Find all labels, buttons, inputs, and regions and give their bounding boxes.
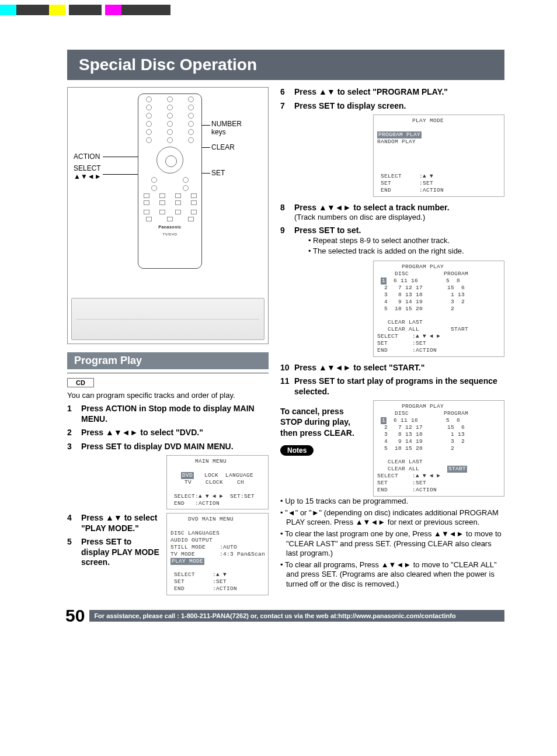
page-number: 50 <box>65 606 85 626</box>
note-4: To clear all programs, Press ▲▼◄► to mov… <box>280 560 504 589</box>
section-heading: Program Play <box>67 352 269 369</box>
step-num-10: 10 <box>280 363 290 373</box>
step-num-6: 6 <box>280 87 290 98</box>
assistance-bar: For assistance, please call : 1-800-211-… <box>89 610 504 622</box>
step-10: Press ▲▼◄► to select "START." <box>294 363 424 373</box>
intro-text: You can program specific tracks and orde… <box>67 391 269 400</box>
note-1: Up to 15 tracks can be programmed. <box>280 497 504 506</box>
step-3: Press SET to display DVD MAIN MENU. <box>81 442 234 452</box>
step-7: Press SET to display screen. <box>294 101 406 112</box>
step-num-7: 7 <box>280 101 290 112</box>
step-num-11: 11 <box>280 376 290 397</box>
step-num-1: 1 <box>67 404 76 424</box>
step-num-3: 3 <box>67 442 76 452</box>
callout-number-keys: NUMBER keys <box>211 120 242 137</box>
step-num-2: 2 <box>67 428 76 438</box>
step-num-4: 4 <box>67 513 76 533</box>
dvd-unit-front <box>71 298 264 340</box>
step-1: Press ACTION in Stop mode to display MAI… <box>81 404 269 424</box>
step-8: Press ▲▼◄► to select a track number. <box>294 203 450 213</box>
remote-brand: Panasonic <box>138 225 201 229</box>
main-menu-screen: MAIN MENU DVD LOCK LANGUAGE TV CLOCK CH … <box>166 455 269 509</box>
step-9-bullet-2: The selected track is added on the right… <box>308 247 464 256</box>
step-8-sub: (Track numbers on disc are displayed.) <box>294 213 450 222</box>
cancel-instruction: To cancel, press STOP during play, then … <box>280 406 367 438</box>
step-5: Press SET to display PLAY MODE screen. <box>81 537 161 568</box>
play-mode-screen: PLAY MODE PROGRAM PLAY RANDOM PLAY SELEC… <box>373 115 504 197</box>
step-2: Press ▲▼◄► to select "DVD." <box>81 428 203 438</box>
cd-badge: CD <box>67 378 94 387</box>
step-num-5: 5 <box>67 537 76 568</box>
notes-label: Notes <box>280 445 314 456</box>
callout-action: ACTION <box>74 153 100 161</box>
step-6: Press ▲▼ to select "PROGRAM PLAY." <box>294 87 448 98</box>
program-play-screen-1: PROGRAM PLAY DISC PROGRAM 1 6 11 16 5 8 … <box>373 261 504 356</box>
step-4: Press ▲▼ to select "PLAY MODE." <box>81 513 161 533</box>
dvd-main-menu-screen: DVD MAIN MENU DISC LANGUAGES AUDIO OUTPU… <box>166 513 269 595</box>
step-num-8: 8 <box>280 203 290 223</box>
step-num-9: 9 <box>280 226 290 257</box>
step-9: Press SET to set. <box>294 226 464 236</box>
callout-clear: CLEAR <box>211 144 235 152</box>
callout-set: SET <box>211 169 225 178</box>
step-9-bullet-1: Repeat steps 8-9 to select another track… <box>308 236 464 245</box>
callout-select: SELECT ▲▼◄► <box>74 165 102 181</box>
page-title: Special Disc Operation <box>67 50 504 80</box>
note-2: "◄" or "►" (depending on disc) indicates… <box>280 508 504 528</box>
note-3: To clear the last program one by one, Pr… <box>280 529 504 558</box>
remote-diagram: Panasonic TV/DVD NUMBER keys CLEAR SET A… <box>67 87 269 344</box>
step-11: Press SET to start play of programs in t… <box>294 376 504 397</box>
remote-model: TV/DVD <box>138 233 201 236</box>
program-play-screen-2: PROGRAM PLAY DISC PROGRAM 1 6 11 16 5 8 … <box>373 400 504 496</box>
remote-outline: Panasonic TV/DVD <box>138 93 202 269</box>
color-registration-strip <box>0 5 170 15</box>
